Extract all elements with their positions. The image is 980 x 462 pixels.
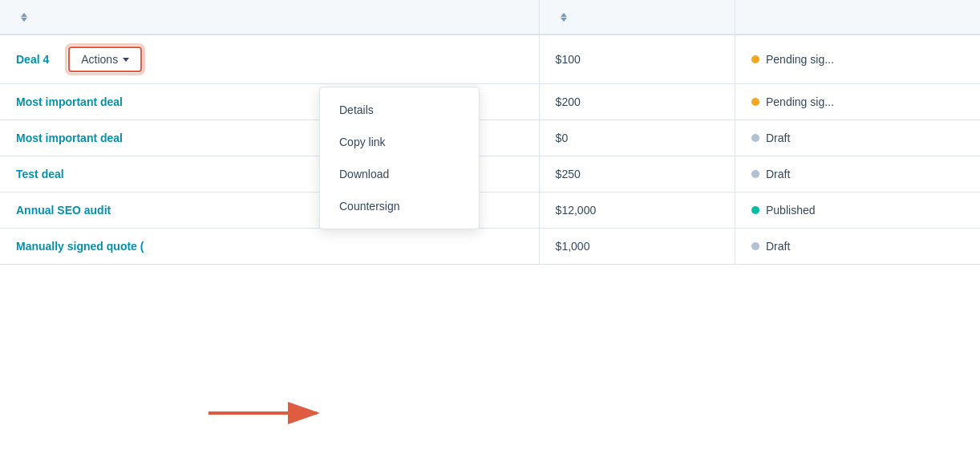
status-indicator: Published [751,204,964,217]
status-label: Draft [766,168,790,180]
table-row: Most important deal$200Pending sig... [0,84,980,120]
dropdown-item-details[interactable]: Details [320,94,479,126]
quote-amount-value: $100 [556,53,581,66]
amount-cell: $200 [539,84,735,120]
sort-arrows-quote [21,13,27,22]
quote-amount-value: $12,000 [556,204,597,217]
sort-down-icon [561,18,567,22]
quote-amount-value: $0 [556,132,569,144]
amount-cell: $12,000 [539,192,735,229]
quote-cell: Manually signed quote ( [0,229,539,265]
quote-name-link[interactable]: Deal 4 [16,53,49,66]
sort-up-icon [21,13,27,17]
dropdown-item-countersign[interactable]: Countersign [320,190,479,222]
status-label: Draft [766,132,790,144]
col-header-amount[interactable] [539,0,735,34]
dropdown-item-copy-link[interactable]: Copy link [320,126,479,158]
table-row: Deal 4Actions$100Pending sig... [0,34,980,84]
col-header-status [735,0,981,34]
status-indicator: Pending sig... [751,95,964,108]
quote-name-link[interactable]: Manually signed quote ( [16,240,144,253]
actions-button[interactable]: Actions [68,47,142,72]
table-row: Annual SEO audit$12,000Published [0,192,980,229]
quote-name-link[interactable]: Most important deal [16,95,123,108]
actions-button-label: Actions [81,53,118,66]
status-indicator: Pending sig... [751,53,964,66]
status-indicator: Draft [751,168,964,180]
actions-dropdown: Details Copy link Download Countersign [319,87,480,229]
quote-name-link[interactable]: Annual SEO audit [16,204,111,217]
status-dot-icon [751,55,759,63]
sort-up-icon [561,13,567,17]
status-dot-icon [751,206,759,214]
status-cell: Draft [735,229,981,265]
dropdown-menu: Details Copy link Download Countersign [319,87,480,229]
amount-cell: $250 [539,156,735,192]
table-row: Test deal$250Draft [0,156,980,192]
status-dot-icon [751,242,759,250]
status-indicator: Draft [751,132,964,144]
status-dot-icon [751,98,759,106]
table-row: Manually signed quote ($1,000Draft [0,229,980,265]
status-label: Pending sig... [766,53,834,66]
quotes-table-wrapper: Deal 4Actions$100Pending sig...Most impo… [0,0,980,462]
sort-down-icon [21,18,27,22]
table-body: Deal 4Actions$100Pending sig...Most impo… [0,34,980,265]
dropdown-item-download[interactable]: Download [320,158,479,190]
status-dot-icon [751,170,759,178]
amount-cell: $100 [539,34,735,84]
status-cell: Draft [735,120,981,156]
sort-arrows-amount [561,13,567,22]
chevron-down-icon [123,58,129,62]
quote-amount-value: $200 [556,95,581,108]
status-indicator: Draft [751,240,964,253]
quote-amount-value: $250 [556,168,581,180]
status-label: Pending sig... [766,95,834,108]
col-header-quote[interactable] [0,0,539,34]
amount-cell: $0 [539,120,735,156]
quote-cell: Deal 4Actions [0,34,539,84]
quotes-table: Deal 4Actions$100Pending sig...Most impo… [0,0,980,265]
quote-name-link[interactable]: Most important deal [16,132,123,144]
table-header-row [0,0,980,34]
status-label: Published [766,204,816,217]
status-label: Draft [766,240,790,253]
quote-amount-value: $1,000 [556,240,590,253]
status-cell: Pending sig... [735,84,981,120]
status-cell: Published [735,192,981,229]
arrow-annotation [200,393,329,433]
amount-cell: $1,000 [539,229,735,265]
status-dot-icon [751,134,759,142]
table-row: Most important deal$0Draft [0,120,980,156]
status-cell: Pending sig... [735,34,981,84]
status-cell: Draft [735,156,981,192]
quote-name-link[interactable]: Test deal [16,168,64,180]
